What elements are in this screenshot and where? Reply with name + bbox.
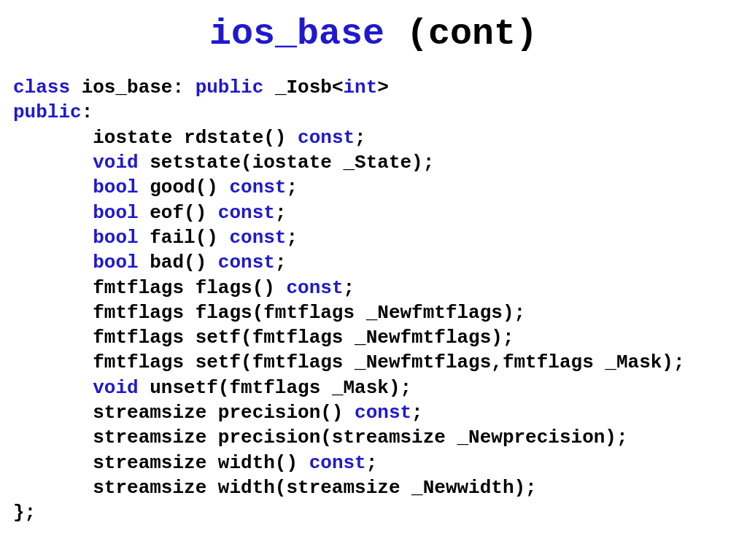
line-8: fmtflags flags() const; [13, 277, 355, 299]
line-13: streamsize precision() const; [13, 402, 423, 424]
title-code: ios_base [209, 13, 384, 55]
line-14: streamsize precision(streamsize _Newprec… [13, 427, 628, 448]
line-11: fmtflags setf(fmtflags _Newfmtflags,fmtf… [13, 351, 685, 373]
line-15: streamsize width() const; [13, 452, 377, 474]
line-16: streamsize width(streamsize _Newwidth); [13, 477, 537, 499]
line-1: public: [13, 101, 93, 123]
line-10: fmtflags setf(fmtflags _Newfmtflags); [13, 327, 514, 349]
line-6: bool fail() const; [13, 227, 298, 249]
line-7: bool bad() const; [13, 252, 286, 273]
code-block: class ios_base: public _Iosb<int> public… [0, 75, 747, 526]
title-suffix: (cont) [384, 13, 538, 55]
line-12: void unsetf(fmtflags _Mask); [13, 377, 411, 399]
line-0: class ios_base: public _Iosb<int> [13, 77, 389, 98]
line-5: bool eof() const; [13, 202, 286, 224]
line-3: void setstate(iostate _State); [13, 152, 434, 174]
line-9: fmtflags flags(fmtflags _Newfmtflags); [13, 302, 525, 324]
line-2: iostate rdstate() const; [13, 127, 366, 149]
line-17: }; [13, 502, 36, 524]
slide-title: ios_base (cont) [0, 13, 747, 55]
line-4: bool good() const; [13, 176, 298, 198]
